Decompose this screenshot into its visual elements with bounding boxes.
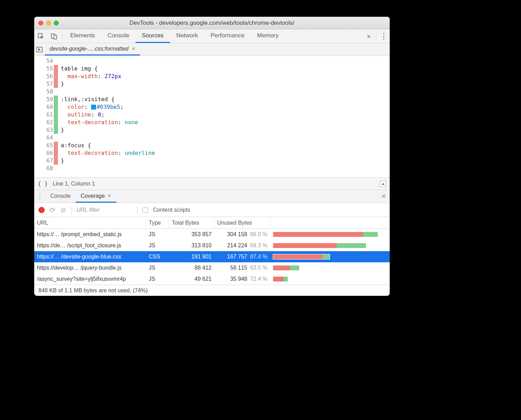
settings-kebab-icon[interactable]: ⋮ <box>378 29 390 43</box>
cell-bar <box>270 273 390 285</box>
show-navigator-icon[interactable] <box>34 43 45 55</box>
file-tab[interactable]: devsite-google-….css:formatted × <box>45 43 140 55</box>
svg-rect-2 <box>54 35 57 39</box>
toggle-sidebar-icon[interactable] <box>380 181 386 187</box>
code-body[interactable]: table img { max-width: 272px} :link,:vis… <box>58 56 390 177</box>
coverage-row[interactable]: https://develop… /jquery-bundle.jsJS88 4… <box>34 262 390 273</box>
coverage-table-header: URL Type Total Bytes Unused Bytes <box>34 217 390 229</box>
cell-total: 313 810 <box>169 240 214 251</box>
drawer-tabs: ⋮ ConsoleCoverage× × <box>34 190 390 203</box>
drawer-tab-coverage[interactable]: Coverage× <box>76 190 116 203</box>
drawer-kebab-icon[interactable]: ⋮ <box>34 190 45 203</box>
device-toggle-icon[interactable] <box>47 29 61 43</box>
main-toolbar: ElementsConsoleSourcesNetworkPerformance… <box>34 29 390 43</box>
cell-url: /async_survey?site=ylj5ifxusvvmr4p <box>34 273 146 285</box>
cell-unused: 214 22468.3 % <box>214 240 270 251</box>
overflow-tabs-icon[interactable]: » <box>363 29 375 43</box>
cell-unused: 35 94872.4 % <box>214 273 270 285</box>
cell-unused: 56 11563.5 % <box>214 262 270 273</box>
cell-bar <box>270 229 390 240</box>
titlebar: DevTools - developers.google.com/web/too… <box>34 17 390 29</box>
devtools-window: DevTools - developers.google.com/web/too… <box>34 17 390 296</box>
editor-status-bar: { } Line 1, Column 1 <box>34 177 390 190</box>
tab-network[interactable]: Network <box>170 29 204 43</box>
coverage-row[interactable]: https://de… /script_foot_closure.jsJS313… <box>34 240 390 251</box>
pretty-print-icon[interactable]: { } <box>38 180 48 187</box>
tab-elements[interactable]: Elements <box>64 29 101 43</box>
record-button[interactable] <box>38 207 45 213</box>
cell-url: https://develop… /jquery-bundle.js <box>34 262 146 273</box>
cell-bar <box>270 262 390 273</box>
inspect-icon[interactable] <box>34 29 47 43</box>
reload-icon[interactable]: ⟳ <box>50 206 56 214</box>
coverage-table-body: https://… /prompt_embed_static.jsJS353 8… <box>34 229 390 285</box>
tab-console[interactable]: Console <box>101 29 135 43</box>
cell-total: 353 857 <box>169 229 214 240</box>
tab-sources[interactable]: Sources <box>135 29 170 43</box>
tab-memory[interactable]: Memory <box>251 29 285 43</box>
cell-total: 88 412 <box>169 262 214 273</box>
coverage-row[interactable]: https://… /prompt_embed_static.jsJS353 8… <box>34 229 390 240</box>
cell-unused: 304 15886.0 % <box>214 229 270 240</box>
cell-bar <box>270 240 390 251</box>
cell-url: https://… /devsite-google-blue.css <box>34 251 146 262</box>
url-filter-input[interactable]: URL filter <box>76 207 132 213</box>
content-scripts-label: Content scripts <box>153 207 190 213</box>
cell-unused: 167 75787.4 % <box>214 251 270 262</box>
col-unused[interactable]: Unused Bytes <box>214 217 270 228</box>
cell-type: JS <box>146 273 169 285</box>
code-editor[interactable]: 545556575859606162636465666768 table img… <box>34 56 390 177</box>
content-scripts-checkbox[interactable] <box>142 207 148 213</box>
separator <box>137 206 138 214</box>
close-icon[interactable]: × <box>132 46 135 52</box>
cell-total: 191 901 <box>169 251 214 262</box>
col-url[interactable]: URL <box>34 217 146 228</box>
tab-performance[interactable]: Performance <box>204 29 251 43</box>
coverage-row[interactable]: /async_survey?site=ylj5ifxusvvmr4pJS49 6… <box>34 273 390 285</box>
line-number-gutter: 545556575859606162636465666768 <box>34 56 54 177</box>
cell-url: https://de… /script_foot_closure.js <box>34 240 146 251</box>
file-tab-label: devsite-google-….css:formatted <box>50 46 129 52</box>
cell-total: 49 621 <box>169 273 214 285</box>
cell-type: JS <box>146 262 169 273</box>
cursor-position: Line 1, Column 1 <box>53 181 95 187</box>
window-title: DevTools - developers.google.com/web/too… <box>34 20 390 27</box>
col-type[interactable]: Type <box>146 217 169 228</box>
cell-type: JS <box>146 240 169 251</box>
clear-icon[interactable]: ⊘ <box>60 206 66 214</box>
separator <box>62 31 63 41</box>
separator <box>71 206 72 214</box>
separator <box>376 31 376 41</box>
cell-type: JS <box>146 229 169 240</box>
coverage-gutter <box>54 56 58 177</box>
col-total[interactable]: Total Bytes <box>169 217 214 228</box>
close-drawer-icon[interactable]: × <box>378 190 390 203</box>
cell-bar <box>270 251 390 262</box>
coverage-summary: 848 KB of 1.1 MB bytes are not used. (74… <box>34 285 390 296</box>
drawer-tab-console[interactable]: Console <box>45 190 76 203</box>
col-bar <box>270 217 390 228</box>
cell-type: CSS <box>146 251 169 262</box>
coverage-row[interactable]: https://… /devsite-google-blue.cssCSS191… <box>34 251 390 262</box>
cell-url: https://… /prompt_embed_static.js <box>34 229 146 240</box>
close-icon[interactable]: × <box>108 192 111 200</box>
coverage-toolbar: ⟳ ⊘ URL filter Content scripts <box>34 203 390 217</box>
sources-file-tabs: devsite-google-….css:formatted × <box>34 43 390 56</box>
